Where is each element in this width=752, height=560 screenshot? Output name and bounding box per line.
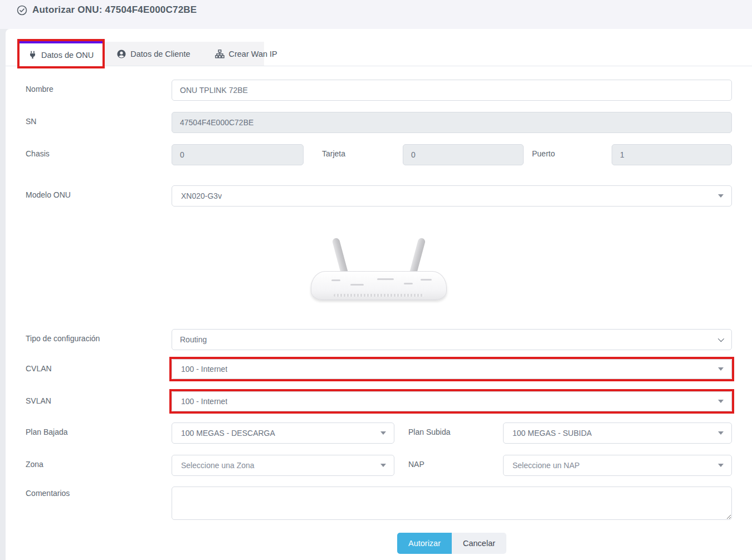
tarjeta-label: Tarjeta: [304, 144, 403, 158]
plan-subida-label: Plan Subida: [394, 423, 503, 436]
select-chevron-icon: [718, 336, 724, 342]
tab-strip: Datos de ONU Datos de Cliente: [17, 42, 264, 66]
annotation-box-cvlan: 100 - Internet: [169, 357, 734, 381]
tipo-configuracion-selected-value: Routing: [180, 335, 207, 344]
onu-image-container: [17, 237, 740, 303]
form-row-cvlan: CVLAN 100 - Internet: [17, 359, 740, 381]
router-image: [306, 237, 451, 303]
tab-datos-de-cliente[interactable]: Datos de Cliente: [105, 42, 202, 66]
tab-label: Datos de Cliente: [130, 50, 190, 58]
plug-icon: [28, 51, 37, 59]
sn-label: SN: [26, 112, 172, 126]
tab-bar: Datos de ONU Datos de Cliente: [17, 42, 740, 66]
dropdown-caret-icon: [718, 431, 724, 435]
plan-bajada-label: Plan Bajada: [26, 423, 172, 436]
puerto-label: Puerto: [524, 144, 612, 158]
content-panel: Datos de ONU Datos de Cliente: [6, 29, 752, 560]
plan-subida-select[interactable]: 100 MEGAS - SUBIDA: [503, 423, 732, 444]
form-row-chasis: Chasis Tarjeta Puerto: [17, 144, 740, 165]
puerto-input: [612, 144, 732, 165]
dropdown-caret-icon: [380, 431, 386, 435]
svlan-selected-value: 100 - Internet: [181, 397, 227, 406]
plan-subida-selected-value: 100 MEGAS - SUBIDA: [512, 429, 592, 438]
annotation-box-svlan: 100 - Internet: [169, 389, 734, 414]
form-row-nombre: Nombre: [17, 80, 740, 101]
form-row-planes: Plan Bajada 100 MEGAS - DESCARGA Plan Su…: [17, 423, 740, 444]
page-title: Autorizar ONU: 47504F4E000C72BE: [32, 4, 197, 16]
tab-label: Datos de ONU: [41, 51, 94, 60]
tab-crear-wan-ip[interactable]: Crear Wan IP: [203, 42, 290, 66]
svlan-select[interactable]: 100 - Internet: [172, 391, 732, 411]
nombre-label: Nombre: [26, 80, 172, 94]
comentarios-textarea[interactable]: [172, 487, 732, 520]
plan-bajada-select[interactable]: 100 MEGAS - DESCARGA: [172, 423, 394, 444]
modelo-selected-value: XN020-G3v: [181, 191, 222, 200]
comentarios-label: Comentarios: [26, 487, 172, 498]
chasis-input: [172, 144, 304, 165]
user-circle-icon: [117, 50, 126, 58]
nombre-input[interactable]: [172, 80, 732, 101]
form-row-zona-nap: Zona Seleccione una Zona NAP Seleccione …: [17, 455, 740, 476]
annotation-box-active-tab: Datos de ONU: [17, 39, 105, 68]
form-row-modelo: Modelo ONU XN020-G3v: [17, 185, 740, 207]
tipo-configuracion-select[interactable]: Routing: [172, 329, 732, 350]
plan-bajada-selected-value: 100 MEGAS - DESCARGA: [181, 429, 275, 438]
dropdown-caret-icon: [380, 464, 386, 467]
modelo-label: Modelo ONU: [26, 185, 172, 199]
check-circle-icon: [17, 5, 27, 16]
form-actions: Autorizar Cancelar: [17, 533, 740, 554]
form-row-comentarios: Comentarios: [17, 487, 740, 520]
autorizar-button[interactable]: Autorizar: [397, 533, 452, 554]
dropdown-caret-icon: [718, 194, 724, 198]
form-row-tipo-configuracion: Tipo de configuración Routing: [17, 329, 740, 350]
nap-label: NAP: [394, 455, 503, 469]
tab-datos-de-onu[interactable]: Datos de ONU: [19, 41, 102, 66]
form-row-sn: SN: [17, 112, 740, 133]
dropdown-caret-icon: [718, 400, 724, 403]
tarjeta-input: [403, 144, 524, 165]
page-header: Autorizar ONU: 47504F4E000C72BE: [0, 0, 752, 29]
cancelar-button[interactable]: Cancelar: [452, 533, 506, 554]
sitemap-icon: [215, 50, 224, 58]
cvlan-label: CVLAN: [26, 359, 172, 373]
nap-select[interactable]: Seleccione un NAP: [503, 455, 732, 476]
tab-label: Crear Wan IP: [229, 50, 277, 58]
cvlan-selected-value: 100 - Internet: [181, 365, 227, 374]
chasis-label: Chasis: [26, 144, 172, 158]
cvlan-select[interactable]: 100 - Internet: [172, 359, 732, 379]
onu-form: Nombre SN Chasis Tarjeta Puerto Modelo O…: [17, 80, 740, 554]
dropdown-caret-icon: [718, 367, 724, 371]
tipo-configuracion-label: Tipo de configuración: [26, 329, 172, 343]
dropdown-caret-icon: [718, 464, 724, 467]
svlan-label: SVLAN: [26, 391, 172, 405]
sn-input: [172, 112, 732, 133]
zona-label: Zona: [26, 455, 172, 469]
zona-placeholder: Seleccione una Zona: [181, 461, 255, 470]
zona-select[interactable]: Seleccione una Zona: [172, 455, 394, 476]
router-body: [311, 271, 447, 300]
form-row-svlan: SVLAN 100 - Internet: [17, 391, 740, 414]
modelo-select[interactable]: XN020-G3v: [172, 185, 732, 207]
nap-placeholder: Seleccione un NAP: [512, 461, 580, 470]
